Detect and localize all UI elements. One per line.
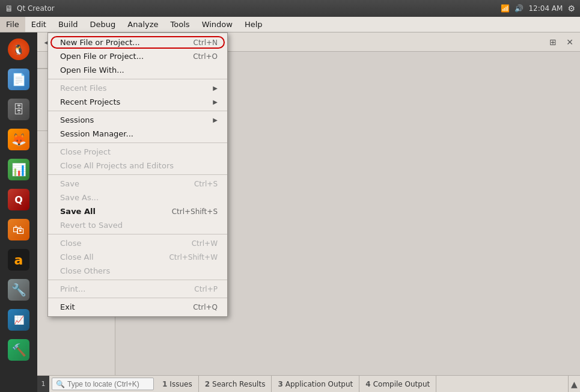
expand-button[interactable]: ⊞	[545, 34, 561, 50]
sidebar-btn-document[interactable]: 📄	[4, 65, 33, 94]
sidebar-btn-files[interactable]: 🗄	[4, 95, 33, 124]
menu-save[interactable]: Save Ctrl+S	[48, 177, 227, 191]
sidebar: 🐧 📄 🗄 🦊 📊 Q 🛍 a 🔧	[0, 32, 37, 392]
menu-revert[interactable]: Revert to Saved	[48, 218, 227, 232]
menu-exit[interactable]: Exit Ctrl+Q	[48, 300, 227, 314]
qt-logo-icon: 🖥	[5, 4, 13, 13]
print-shortcut: Ctrl+P	[194, 285, 218, 293]
exit-label: Exit	[60, 302, 75, 311]
tab-compile-num: 4	[365, 380, 370, 388]
save-all-label: Save All	[60, 207, 96, 216]
close-all-projects-label: Close All Projects and Editors	[60, 161, 174, 170]
menu-debug[interactable]: Debug	[84, 17, 122, 32]
exit-shortcut: Ctrl+Q	[193, 303, 218, 311]
locate-input[interactable]	[67, 380, 145, 388]
save-label: Save	[60, 179, 79, 188]
tab-issues-num: 1	[162, 380, 167, 388]
menu-window[interactable]: Window	[196, 17, 239, 32]
recent-projects-label: Recent Projects	[60, 97, 120, 106]
monitor-icon: 📈	[8, 309, 29, 331]
close-button[interactable]: ✕	[562, 34, 578, 50]
clock: 12:04 AM	[528, 4, 563, 13]
network-icon: 📶	[501, 4, 510, 13]
close-project-label: Close Project	[60, 147, 111, 156]
sidebar-btn-settings[interactable]: 🔧	[4, 275, 33, 304]
menu-help[interactable]: Help	[239, 17, 269, 32]
open-file-with-label: Open File With...	[60, 66, 124, 75]
open-file-shortcut: Ctrl+O	[193, 52, 218, 61]
menu-open-file[interactable]: Open File or Project... Ctrl+O	[48, 49, 227, 63]
file-menu-dropdown: New File or Project... Ctrl+N Open File …	[47, 32, 228, 317]
menu-tools[interactable]: Tools	[165, 17, 196, 32]
menu-save-as[interactable]: Save As...	[48, 191, 227, 204]
document-icon: 📄	[8, 69, 29, 90]
store-icon: 🛍	[8, 219, 29, 240]
close-label: Close	[60, 239, 81, 248]
settings-icon[interactable]: ⚙	[567, 4, 575, 13]
qtcreator-icon: Q	[8, 189, 29, 210]
menu-edit[interactable]: Edit	[25, 17, 52, 32]
locate-box[interactable]: 🔍	[52, 378, 154, 390]
recent-projects-arrow: ▶	[213, 99, 218, 105]
new-file-shortcut: Ctrl+N	[194, 38, 218, 47]
close-all-label: Close All	[60, 253, 94, 262]
files-icon: 🗄	[8, 99, 29, 120]
title-bar-left: 🖥 Qt Creator	[5, 4, 55, 13]
sidebar-btn-amazon[interactable]: a	[4, 245, 33, 274]
menu-close-all[interactable]: Close All Ctrl+Shift+W	[48, 250, 227, 264]
recent-files-label: Recent Files	[60, 84, 107, 93]
menu-recent-projects[interactable]: Recent Projects ▶	[48, 95, 227, 109]
title-bar-controls: 📶 🔊 12:04 AM ⚙	[501, 4, 575, 13]
menu-sessions[interactable]: Sessions ▶	[48, 113, 227, 127]
sidebar-btn-build[interactable]: 🔨	[4, 335, 33, 364]
ubuntu-icon: 🐧	[8, 38, 29, 60]
app-title: Qt Creator	[17, 4, 55, 13]
menu-separator-5	[48, 234, 227, 234]
menu-file[interactable]: File	[0, 17, 25, 32]
save-shortcut: Ctrl+S	[194, 180, 218, 188]
menu-new-file[interactable]: New File or Project... Ctrl+N	[48, 35, 227, 49]
sidebar-btn-ubuntu[interactable]: 🐧	[4, 35, 33, 64]
tab-arrow-icon[interactable]: ▲	[568, 376, 580, 392]
sidebar-btn-qtc[interactable]: Q	[4, 185, 33, 214]
save-as-label: Save As...	[60, 193, 99, 202]
tab-search-num: 2	[205, 380, 210, 388]
menu-separator-7	[48, 298, 227, 298]
tab-app-label: Application Output	[285, 380, 353, 388]
close-others-label: Close Others	[60, 266, 110, 275]
search-icon: 🔍	[56, 380, 65, 388]
tab-issues[interactable]: 1 Issues	[156, 376, 199, 392]
menu-close-project[interactable]: Close Project	[48, 145, 227, 159]
menu-save-all[interactable]: Save All Ctrl+Shift+S	[48, 204, 227, 218]
menu-analyze[interactable]: Analyze	[121, 17, 164, 32]
title-bar: 🖥 Qt Creator 📶 🔊 12:04 AM ⚙	[0, 0, 580, 17]
close-all-shortcut: Ctrl+Shift+W	[169, 253, 218, 262]
sidebar-btn-firefox[interactable]: 🦊	[4, 125, 33, 154]
menu-separator-6	[48, 280, 227, 280]
menu-close-others[interactable]: Close Others	[48, 264, 227, 278]
revert-label: Revert to Saved	[60, 221, 123, 230]
speaker-icon: 🔊	[514, 4, 524, 13]
menu-separator-2	[48, 111, 227, 111]
sidebar-btn-monitor[interactable]: 📈	[4, 305, 33, 334]
sidebar-btn-store[interactable]: 🛍	[4, 215, 33, 244]
sessions-arrow: ▶	[213, 117, 218, 123]
menu-close-all-projects[interactable]: Close All Projects and Editors	[48, 159, 227, 173]
menu-build[interactable]: Build	[52, 17, 84, 32]
menu-session-manager[interactable]: Session Manager...	[48, 127, 227, 141]
amazon-icon: a	[8, 249, 29, 271]
sidebar-btn-calc[interactable]: 📊	[4, 155, 33, 184]
sessions-label: Sessions	[60, 115, 94, 124]
tab-app-num: 3	[278, 380, 282, 388]
menu-open-file-with[interactable]: Open File With...	[48, 63, 227, 77]
tab-issues-label: Issues	[169, 380, 192, 388]
menu-close[interactable]: Close Ctrl+W	[48, 236, 227, 250]
tab-compile-output[interactable]: 4 Compile Output	[359, 376, 436, 392]
menu-recent-files[interactable]: Recent Files ▶	[48, 81, 227, 95]
tab-search-results[interactable]: 2 Search Results	[199, 376, 272, 392]
tab-app-output[interactable]: 3 Application Output	[272, 376, 359, 392]
menu-separator-3	[48, 142, 227, 143]
menu-print[interactable]: Print... Ctrl+P	[48, 282, 227, 296]
calc-icon: 📊	[8, 159, 29, 180]
menubar: File Edit Build Debug Analyze Tools Wind…	[0, 17, 580, 32]
